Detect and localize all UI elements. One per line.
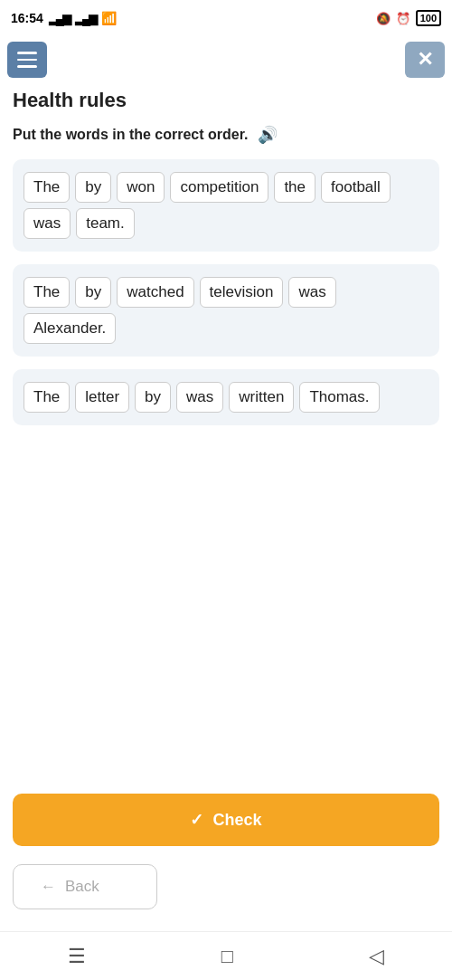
check-icon: ✓ [190,810,203,830]
word-chip[interactable]: was [24,208,71,239]
wifi-icon: 📶 [101,11,117,25]
word-group-2: The by watched television was Alexander. [24,277,428,344]
word-chip[interactable]: team. [76,208,135,239]
menu-button[interactable] [7,42,47,78]
status-right: 🔕 ⏰ 100 [376,10,441,26]
word-chip[interactable]: won [117,172,165,203]
instruction-text: Put the words in the correct order. 🔊 [13,125,439,145]
bottom-actions: ✓ Check ← Back [0,775,452,931]
menu-line-1 [17,52,37,54]
word-chip[interactable]: by [75,172,111,203]
back-label: Back [65,878,99,896]
word-chip[interactable]: The [24,382,70,413]
menu-line-3 [17,65,37,68]
word-chip[interactable]: Thomas. [299,382,379,413]
signal-icon-1: ▂▄▆ [49,12,70,25]
check-button[interactable]: ✓ Check [13,794,439,846]
close-icon: ✕ [417,48,433,71]
sound-icon[interactable]: 🔊 [258,125,278,145]
time: 16:54 [11,11,43,25]
word-chip[interactable]: The [24,172,70,203]
word-chip[interactable]: letter [75,382,129,413]
back-arrow-icon: ← [41,878,56,896]
word-chip[interactable]: watched [117,277,193,308]
sentence-box-3: The letter by was written Thomas. [13,369,439,425]
word-chip[interactable]: written [229,382,294,413]
sentence-box-2: The by watched television was Alexander. [13,264,439,357]
battery-icon: 100 [416,10,441,26]
word-chip[interactable]: by [75,277,111,308]
word-chip[interactable]: the [274,172,315,203]
bottom-back-icon[interactable]: ◁ [369,945,384,968]
check-label: Check [212,811,261,830]
main-content: Put the words in the correct order. 🔊 Th… [0,125,452,775]
word-chip[interactable]: was [288,277,335,308]
word-chip[interactable]: Alexander. [24,313,116,344]
menu-line-2 [17,59,37,62]
word-chip[interactable]: television [200,277,284,308]
mute-icon: 🔕 [376,12,391,25]
word-chip[interactable]: was [176,382,223,413]
back-button[interactable]: ← Back [13,864,157,909]
word-chip[interactable]: football [321,172,391,203]
word-group-1: The by won competition the football was … [24,172,428,239]
word-chip[interactable]: competition [170,172,268,203]
close-button[interactable]: ✕ [405,42,445,78]
page-title: Health rules [0,83,452,125]
sentence-box-1: The by won competition the football was … [13,159,439,252]
bottom-nav: ☰ □ ◁ [0,931,452,980]
clock-icon: ⏰ [396,12,410,25]
signal-icon-2: ▂▄▆ [75,12,96,25]
bottom-menu-icon[interactable]: ☰ [68,945,86,968]
word-chip[interactable]: by [135,382,171,413]
word-group-3: The letter by was written Thomas. [24,382,428,413]
status-bar: 16:54 ▂▄▆ ▂▄▆ 📶 🔕 ⏰ 100 [0,0,452,36]
instruction-label: Put the words in the correct order. [13,127,249,143]
bottom-home-icon[interactable]: □ [221,945,233,968]
status-left: 16:54 ▂▄▆ ▂▄▆ 📶 [11,11,117,25]
word-chip[interactable]: The [24,277,70,308]
top-nav: ✕ [0,36,452,83]
